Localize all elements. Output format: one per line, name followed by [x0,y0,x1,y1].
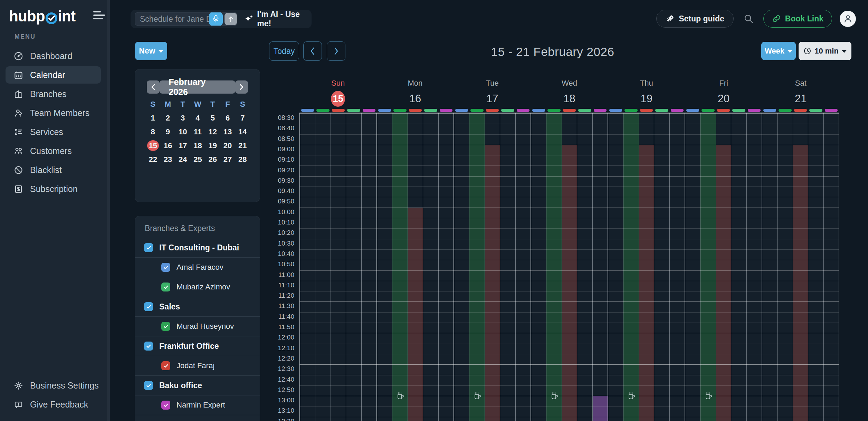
setup-guide-button[interactable]: Setup guide [656,10,734,28]
mini-calendar-day[interactable]: 7 [237,113,248,123]
calendar-column[interactable] [361,113,376,421]
branch-checkbox[interactable] [144,302,153,311]
mini-calendar-day[interactable]: 27 [222,154,233,165]
next-week-button[interactable] [327,41,345,61]
calendar-column[interactable] [500,113,515,421]
mini-calendar-day[interactable]: 10 [177,126,189,137]
calendar-column[interactable] [608,113,623,421]
mini-calendar-day[interactable]: 16 [162,140,174,151]
sidebar-item-give-feedback[interactable]: Give Feedback [6,396,101,413]
calendar-column[interactable] [346,113,361,421]
mini-calendar-day[interactable]: 13 [222,126,233,137]
sidebar-item-customers[interactable]: Customers [6,142,101,160]
calendar-column[interactable] [546,113,561,421]
calendar-column[interactable] [762,113,777,421]
calendar-column[interactable] [654,113,669,421]
calendar-column[interactable] [408,113,423,421]
calendar-column[interactable] [700,113,715,421]
sidebar-item-blacklist[interactable]: Blacklist [6,161,101,179]
mini-calendar-day[interactable]: 19 [207,140,219,151]
calendar-column[interactable] [438,113,454,421]
calendar-column[interactable] [577,113,592,421]
calendar-column[interactable] [485,113,500,421]
mini-calendar-day[interactable]: 6 [222,113,233,123]
mini-calendar-day[interactable]: 26 [207,154,219,165]
calendar-column[interactable] [531,113,546,421]
sidebar-item-calendar[interactable]: Calendar [6,66,101,84]
sidebar-item-team-members[interactable]: Team Members [6,104,101,122]
mini-calendar-next-button[interactable] [235,80,248,94]
sidebar-item-services[interactable]: Services [6,123,101,141]
calendar-column[interactable] [716,113,731,421]
expert-checkbox[interactable] [161,283,170,291]
calendar-column[interactable] [469,113,484,421]
calendar-column[interactable] [562,113,577,421]
previous-week-button[interactable] [303,41,322,61]
calendar-column[interactable] [669,113,685,421]
expert-checkbox[interactable] [161,263,170,272]
hamburger-menu-icon[interactable] [93,11,105,20]
mini-calendar-day[interactable]: 1 [147,113,159,123]
mini-calendar-day[interactable]: 28 [237,154,248,165]
mini-calendar-day[interactable]: 24 [177,154,189,165]
calendar-column[interactable] [746,113,762,421]
calendar-column[interactable] [823,113,839,421]
calendar-column[interactable] [639,113,654,421]
mini-calendar-prev-button[interactable] [147,80,160,94]
branch-checkbox[interactable] [144,243,153,252]
mini-calendar-month-label[interactable]: February 2026 [160,80,235,94]
mini-calendar-day[interactable]: 20 [222,140,233,151]
calendar-column[interactable] [793,113,808,421]
user-avatar[interactable] [840,11,856,27]
submit-button[interactable] [225,13,237,25]
sidebar-item-branches[interactable]: Branches [6,85,101,103]
book-link-button[interactable]: Book Link [763,10,832,28]
mini-calendar-day[interactable]: 12 [207,126,219,137]
search-icon[interactable] [743,13,754,24]
mini-calendar-day[interactable]: 8 [147,126,159,137]
mini-calendar-day[interactable]: 18 [192,140,203,151]
calendar-column[interactable] [777,113,792,421]
calendar-column[interactable] [685,113,700,421]
mini-calendar-day[interactable]: 15 [147,140,159,151]
ai-search-input[interactable]: Schedule for Jane Doe, a [135,12,237,26]
branch-checkbox[interactable] [144,342,153,351]
branch-checkbox[interactable] [144,381,153,390]
calendar-column[interactable] [515,113,531,421]
mini-calendar-day[interactable]: 2 [162,113,174,123]
sidebar-item-business-settings[interactable]: Business Settings [6,377,101,394]
mini-calendar-day[interactable]: 17 [177,140,189,151]
calendar-column[interactable] [392,113,407,421]
calendar-column[interactable] [623,113,638,421]
calendar-column[interactable] [454,113,469,421]
mini-calendar-day[interactable]: 14 [237,126,248,137]
mini-calendar-day[interactable]: 21 [237,140,248,151]
expert-checkbox[interactable] [161,322,170,331]
mini-calendar-day[interactable]: 22 [147,154,159,165]
calendar-column[interactable] [808,113,823,421]
sidebar-item-subscription[interactable]: Subscription [6,180,101,198]
mini-calendar-day[interactable]: 5 [207,113,219,123]
today-button[interactable]: Today [269,41,299,61]
slot-duration-button[interactable]: 10 min [799,42,851,60]
calendar-column[interactable] [331,113,346,421]
mini-calendar-day[interactable]: 3 [177,113,189,123]
mini-calendar-day[interactable]: 25 [192,154,203,165]
view-selector-button[interactable]: Week [761,42,796,60]
calendar-column[interactable] [300,113,315,421]
expert-checkbox[interactable] [161,361,170,370]
calendar-column[interactable] [377,113,392,421]
mini-calendar-day[interactable]: 11 [192,126,203,137]
calendar-column[interactable] [423,113,438,421]
sidebar-item-dashboard[interactable]: Dashboard [6,47,101,65]
mini-calendar-day[interactable]: 23 [162,154,174,165]
new-button[interactable]: New [135,42,167,60]
ai-use-me-button[interactable]: I'm AI - Use me! [244,10,312,28]
calendar-column[interactable] [731,113,746,421]
mini-calendar-day[interactable]: 9 [162,126,174,137]
calendar-column[interactable] [315,113,330,421]
microphone-button[interactable] [209,12,223,26]
expert-checkbox[interactable] [161,401,170,410]
calendar-column[interactable] [592,113,608,421]
mini-calendar-day[interactable]: 4 [192,113,203,123]
